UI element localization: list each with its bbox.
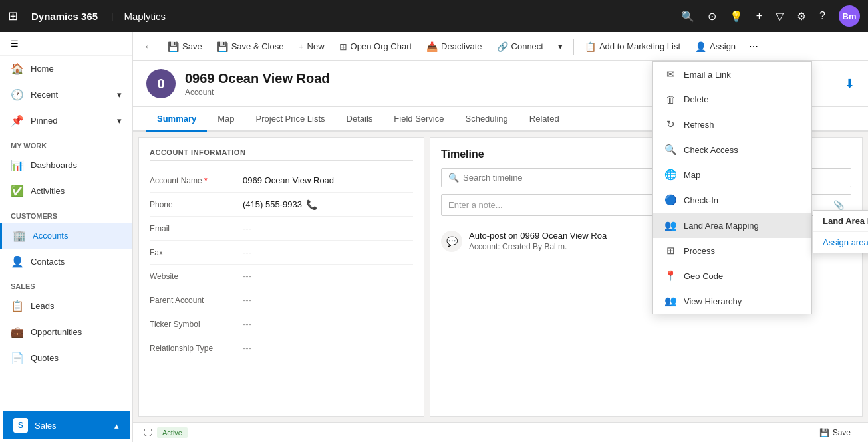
paperclip-icon[interactable]: 📎 (833, 200, 844, 210)
ticker-symbol-value[interactable]: --- (243, 319, 413, 329)
sidebar-toggle-button[interactable]: ☰ (0, 32, 132, 56)
tab-details[interactable]: Details (336, 107, 384, 132)
sidebar-item-activities[interactable]: ✅ Activities (0, 178, 132, 204)
new-button[interactable]: + New (291, 37, 331, 56)
tab-project-price-lists[interactable]: Project Price Lists (245, 107, 336, 132)
quotes-icon: 📄 (11, 352, 24, 364)
activities-icon: ✅ (11, 185, 24, 197)
sidebar-item-sales-hub[interactable]: S Sales ▴ (3, 411, 130, 439)
form-row-phone: Phone (415) 555-9933 📞 (150, 193, 413, 217)
dropdown-arrow-button[interactable]: ▾ (551, 37, 569, 55)
save-icon: 💾 (168, 41, 179, 52)
marketing-label: Add to Marketing List (599, 41, 680, 51)
status-bar: ⛶ Active 💾 Save (133, 422, 868, 442)
dropdown-item-check-access[interactable]: 🔍 Check Access (653, 137, 811, 162)
record-subtitle: Account (185, 88, 330, 97)
section-my-work: My Work (0, 134, 132, 152)
account-name-value[interactable]: 0969 Ocean View Road (243, 175, 413, 185)
lightbulb-icon[interactable]: 💡 (730, 10, 743, 23)
phone-call-icon[interactable]: 📞 (306, 199, 317, 210)
dropdown-item-refresh[interactable]: ↻ Refresh (653, 112, 811, 137)
email-value[interactable]: --- (243, 223, 413, 233)
refresh-icon: ↻ (664, 118, 677, 130)
sidebar-item-opportunities[interactable]: 💼 Opportunities (0, 319, 132, 345)
user-avatar[interactable]: Bm (839, 5, 860, 27)
accounts-icon: 🏢 (13, 229, 26, 242)
sidebar-item-quotes[interactable]: 📄 Quotes (0, 345, 132, 371)
status-bar-save-button[interactable]: 💾 Save (813, 425, 857, 440)
parent-account-value[interactable]: --- (243, 295, 413, 305)
delete-icon: 🗑 (664, 94, 677, 105)
settings-circle-icon[interactable]: ⊙ (708, 10, 716, 23)
record-info: 0969 Ocean View Road Account (185, 71, 330, 97)
dropdown-item-map[interactable]: 🌐 Map (653, 162, 811, 187)
dropdown-item-delete[interactable]: 🗑 Delete (653, 87, 811, 112)
tab-field-service[interactable]: Field Service (383, 107, 454, 132)
fax-value[interactable]: --- (243, 247, 413, 257)
dropdown-item-email-link[interactable]: ✉ Email a Link (653, 62, 811, 87)
nav-separator: | (111, 11, 113, 21)
land-area-mapping-label: Land Area Mapping (684, 221, 759, 231)
check-access-icon: 🔍 (664, 144, 677, 156)
assign-button[interactable]: 👤 Assign (688, 37, 742, 56)
ticker-symbol-label: Ticker Symbol (150, 320, 243, 329)
deactivate-button[interactable]: 📥 Deactivate (420, 37, 488, 56)
filter-icon[interactable]: ▽ (776, 10, 784, 23)
form-row-website: Website --- (150, 265, 413, 288)
autopost-icon: 💬 (446, 236, 458, 247)
connect-button[interactable]: 🔗 Connect (490, 37, 550, 56)
tab-scheduling[interactable]: Scheduling (454, 107, 518, 132)
delete-label: Delete (684, 94, 709, 104)
sidebar-item-leads[interactable]: 📋 Leads (0, 293, 132, 319)
sidebar-item-recent[interactable]: 🕐 Recent ▾ (0, 82, 132, 108)
opportunities-icon: 💼 (11, 326, 24, 338)
tab-map[interactable]: Map (207, 107, 245, 132)
timeline-item-icon: 💬 (441, 231, 462, 252)
dropdown-item-land-area-mapping[interactable]: 👥 Land Area Mapping Land Area Mapping As… (653, 213, 811, 238)
expand-view-icon[interactable]: ⛶ (144, 428, 152, 437)
deactivate-icon: 📥 (426, 41, 438, 52)
app-name-label: Maplytics (124, 11, 166, 22)
sidebar-item-dashboards[interactable]: 📊 Dashboards (0, 152, 132, 178)
expand-record-icon[interactable]: ⬇ (845, 76, 855, 91)
home-icon: 🏠 (11, 62, 24, 75)
dropdown-item-view-hierarchy[interactable]: 👥 View Hierarchy (653, 288, 811, 314)
save-button[interactable]: 💾 Save (161, 37, 209, 56)
more-options-button[interactable]: ⋯ (744, 37, 764, 56)
sidebar-item-accounts[interactable]: 🏢 Accounts (0, 223, 132, 249)
relationship-type-value[interactable]: --- (243, 343, 413, 353)
form-row-email: Email --- (150, 217, 413, 241)
add-icon[interactable]: + (756, 10, 762, 22)
timeline-search-icon: 🔍 (448, 173, 459, 183)
new-label: New (307, 41, 325, 51)
leads-icon: 📋 (11, 300, 24, 312)
fax-label: Fax (150, 248, 243, 257)
sidebar-item-home[interactable]: 🏠 Home (0, 56, 132, 82)
back-button[interactable]: ← (138, 37, 160, 56)
add-marketing-button[interactable]: 📋 Add to Marketing List (578, 37, 687, 56)
help-icon[interactable]: ? (819, 10, 825, 22)
chevron-down-icon-pinned: ▾ (117, 116, 122, 126)
relationship-type-label: Relationship Type (150, 344, 243, 353)
gear-icon[interactable]: ⚙ (797, 10, 806, 23)
map-icon: 🌐 (664, 169, 677, 181)
dropdown-item-check-in[interactable]: 🔵 Check-In (653, 187, 811, 213)
submenu-assign-area[interactable]: Assign area to record(s) (813, 232, 868, 253)
submenu-tooltip: Land Area Mapping Assign area to record(… (813, 210, 868, 253)
connect-icon: 🔗 (497, 41, 508, 52)
dropdown-item-process[interactable]: ⊞ Process (653, 238, 811, 263)
search-icon[interactable]: 🔍 (681, 10, 694, 23)
opportunities-label: Opportunities (31, 327, 82, 337)
sidebar-item-pinned[interactable]: 📌 Pinned ▾ (0, 108, 132, 134)
sidebar-item-contacts[interactable]: 👤 Contacts (0, 249, 132, 275)
dropdown-item-geo-code[interactable]: 📍 Geo Code (653, 263, 811, 288)
chevron-down-icon: ▾ (117, 90, 122, 100)
tab-related[interactable]: Related (519, 107, 570, 132)
process-icon: ⊞ (664, 245, 677, 257)
tab-summary[interactable]: Summary (146, 107, 207, 132)
form-row-account-name: Account Name 0969 Ocean View Road (150, 169, 413, 193)
waffle-icon[interactable]: ⊞ (8, 9, 18, 23)
website-value[interactable]: --- (243, 271, 413, 281)
save-close-button[interactable]: 💾 Save & Close (210, 37, 291, 56)
open-org-chart-button[interactable]: ⊞ Open Org Chart (333, 37, 419, 56)
